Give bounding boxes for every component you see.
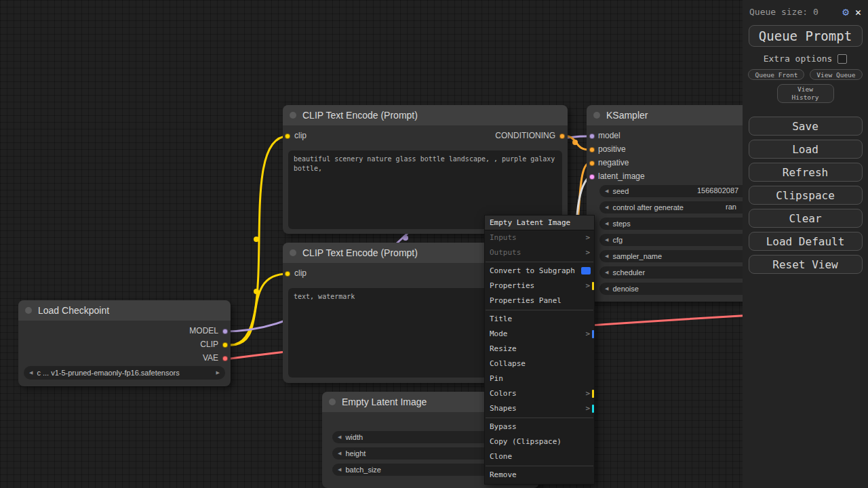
context-menu-title: Empty Latent Image (485, 216, 594, 230)
menu-item-clone[interactable]: Clone (485, 449, 594, 464)
decrement-arrow-icon[interactable]: ◀ (338, 467, 341, 472)
link-midpoint-dot (403, 235, 408, 241)
load-button[interactable]: Load (749, 140, 863, 159)
widget-name: sampler_name (612, 252, 662, 260)
menu-separator (486, 262, 593, 262)
submenu-arrow-icon: > (585, 245, 590, 260)
decrement-arrow-icon[interactable]: ◀ (605, 237, 608, 243)
submenu-arrow-icon: > (585, 401, 590, 416)
menu-item-convert-to-subgraph[interactable]: Convert to Subgraph (485, 264, 594, 279)
widget-name: batch_size (345, 466, 381, 474)
menu-item-resize[interactable]: Resize (485, 342, 594, 357)
close-menu-icon[interactable]: ✕ (855, 6, 861, 18)
decrement-arrow-icon[interactable]: ◀ (338, 434, 341, 440)
collapse-dot-icon[interactable] (290, 112, 296, 119)
node-title: CLIP Text Encode (Prompt) (302, 247, 418, 258)
menu-item-title[interactable]: Title (485, 312, 594, 327)
next-value-arrow-icon[interactable]: ▶ (216, 370, 220, 375)
submenu-arrow-icon: > (585, 279, 590, 293)
collapse-dot-icon[interactable] (290, 249, 296, 256)
widget-seed[interactable]: ◀ seed 1566802087 (599, 185, 766, 197)
widget-denoise[interactable]: ◀ denoise (599, 283, 766, 295)
queue-size-label: Queue size: 0 (749, 7, 818, 17)
node-title-bar[interactable]: CLIP Text Encode (Prompt) (283, 105, 568, 125)
menu-item-mode[interactable]: Mode > (485, 327, 594, 342)
save-button[interactable]: Save (749, 117, 863, 136)
graph-canvas[interactable]: Load Checkpoint MODEL CLIP VAE ◀ c ... v… (0, 0, 868, 488)
input-label-positive: positive (598, 144, 626, 154)
menu-separator (486, 310, 593, 310)
decrement-arrow-icon[interactable]: ◀ (605, 253, 608, 259)
queue-prompt-button[interactable]: Queue Prompt (749, 25, 863, 47)
input-slot-positive[interactable] (589, 147, 595, 152)
collapse-dot-icon[interactable] (329, 399, 336, 405)
decrement-arrow-icon[interactable]: ◀ (605, 270, 608, 275)
prev-value-arrow-icon[interactable]: ◀ (29, 370, 33, 375)
decrement-arrow-icon[interactable]: ◀ (605, 188, 608, 194)
widget-steps[interactable]: ◀ steps (599, 218, 766, 230)
menu-item-pin[interactable]: Pin (485, 371, 594, 386)
extra-options-checkbox[interactable] (837, 54, 847, 64)
node-title: KSampler (606, 110, 648, 121)
menu-item-copy-clipspace[interactable]: Copy (Clipspace) (485, 434, 594, 449)
output-slot-conditioning[interactable] (559, 134, 565, 139)
menu-item-shapes[interactable]: Shapes > (485, 401, 594, 416)
widget-scheduler[interactable]: ◀ scheduler (599, 266, 766, 279)
refresh-button[interactable]: Refresh (749, 163, 863, 182)
submenu-marker (592, 330, 594, 338)
input-slot-model[interactable] (589, 134, 595, 139)
widget-value: ran (726, 203, 736, 211)
decrement-arrow-icon[interactable]: ◀ (605, 221, 608, 226)
menu-item-remove[interactable]: Remove (485, 468, 594, 483)
clipspace-button[interactable]: Clipspace (749, 186, 863, 205)
widget-name: seed (612, 187, 629, 195)
ckpt-name-widget[interactable]: ◀ c ... v1-5-pruned-emaonly-fp16.safeten… (24, 366, 225, 380)
load-default-button[interactable]: Load Default (749, 232, 863, 251)
input-slot-clip[interactable] (285, 134, 290, 139)
node-title: CLIP Text Encode (Prompt) (302, 110, 418, 121)
decrement-arrow-icon[interactable]: ◀ (338, 451, 341, 456)
input-slot-negative[interactable] (589, 161, 595, 166)
menu-item-outputs: Outputs > (485, 245, 594, 260)
node-title-bar[interactable]: Load Checkpoint (18, 300, 231, 321)
menu-item-properties-panel[interactable]: Properties Panel (485, 293, 594, 308)
output-label-model: MODEL (189, 326, 218, 336)
menu-item-properties[interactable]: Properties > (485, 279, 594, 293)
subgraph-badge-icon (581, 267, 591, 274)
menu-item-collapse[interactable]: Collapse (485, 357, 594, 371)
output-slot-vae[interactable] (222, 356, 228, 361)
output-slot-model[interactable] (222, 329, 228, 334)
decrement-arrow-icon[interactable]: ◀ (605, 205, 608, 210)
wire-clip-to-encode2 (231, 274, 288, 345)
output-label-conditioning: CONDITIONING (495, 131, 555, 140)
view-queue-button[interactable]: View Queue (810, 69, 862, 80)
widget-cfg[interactable]: ◀ cfg (599, 234, 766, 246)
menu-item-colors[interactable]: Colors > (485, 386, 594, 401)
reset-view-button[interactable]: Reset View (749, 255, 863, 274)
queue-front-button[interactable]: Queue Front (748, 69, 804, 80)
node-context-menu: Empty Latent Image Inputs > Outputs > Co… (484, 215, 595, 485)
collapse-dot-icon[interactable] (25, 307, 32, 314)
widget-name: width (345, 433, 363, 441)
widget-control-after-generate[interactable]: ◀ control after generate ran (599, 201, 766, 214)
widget-name: cfg (612, 236, 623, 244)
widget-value: c ... v1-5-pruned-emaonly-fp16.safetenso… (37, 369, 179, 377)
extra-options-label: Extra options (764, 54, 833, 64)
decrement-arrow-icon[interactable]: ◀ (605, 286, 608, 291)
widget-sampler-name[interactable]: ◀ sampler_name (599, 250, 766, 262)
node-load-checkpoint[interactable]: Load Checkpoint MODEL CLIP VAE ◀ c ... v… (18, 300, 231, 386)
submenu-marker (592, 390, 594, 398)
input-slot-clip[interactable] (285, 271, 290, 277)
link-midpoint-dot (572, 140, 578, 145)
clear-button[interactable]: Clear (749, 209, 863, 228)
menu-item-bypass[interactable]: Bypass (485, 420, 594, 434)
input-slot-latent-image[interactable] (589, 174, 595, 180)
submenu-arrow-icon: > (585, 327, 590, 342)
collapse-dot-icon[interactable] (593, 112, 600, 119)
output-slot-clip[interactable] (222, 342, 228, 348)
link-midpoint-dot (254, 237, 259, 242)
comfy-menu-panel: Queue size: 0 ⚙ ✕ Queue Prompt Extra opt… (743, 0, 868, 488)
widget-name: denoise (612, 285, 639, 293)
view-history-button[interactable]: View History (777, 84, 834, 103)
settings-gear-icon[interactable]: ⚙ (842, 5, 849, 18)
